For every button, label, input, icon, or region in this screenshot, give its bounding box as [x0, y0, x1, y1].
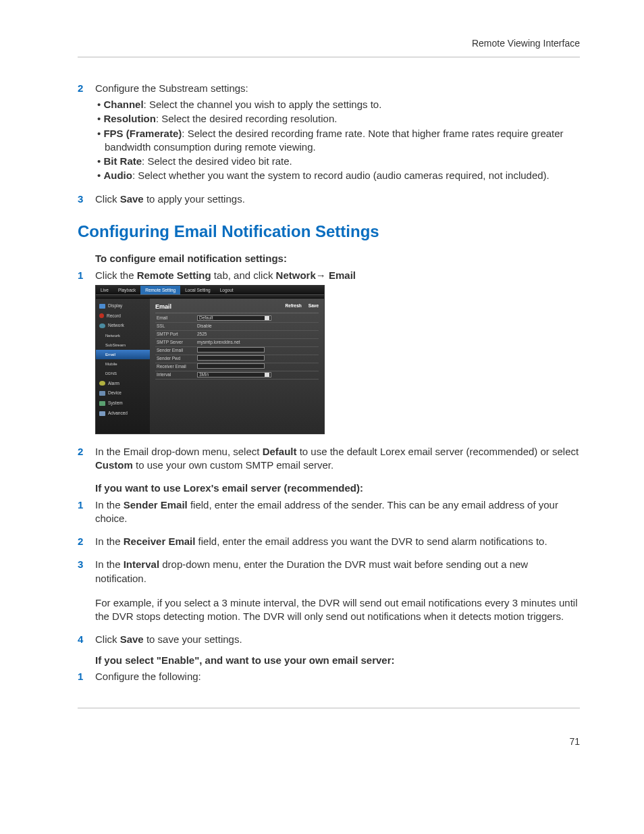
running-header: Remote Viewing Interface — [78, 37, 580, 50]
sender-pwd-input — [197, 355, 265, 361]
side-system: System — [96, 398, 150, 409]
side-sub-substream: SubStream — [96, 340, 150, 350]
tab-live: Live — [96, 286, 113, 294]
interval-select: 3Min — [197, 372, 271, 377]
step-number: 2 — [78, 535, 95, 548]
step-text: In the Email drop-down menu, select Defa… — [95, 445, 580, 473]
step-number: 1 — [78, 670, 95, 683]
bullet-bitrate: • Bit Rate: Select the desired video bit… — [95, 155, 580, 168]
bullet-audio: • Audio: Select whether you want the sys… — [95, 169, 580, 182]
step-number: 2 — [78, 82, 95, 95]
panel-title: Email — [155, 303, 171, 311]
chevron-down-icon — [265, 373, 269, 377]
row-sender-email: Sender Email — [155, 347, 319, 355]
row-ssl: SSL Disable — [155, 323, 319, 331]
email-settings-screenshot: Live Playback Remote Setting Local Setti… — [95, 285, 325, 434]
email-select: Default — [197, 315, 271, 321]
bullet-fps: • FPS (Framerate): Select the desired re… — [95, 127, 580, 155]
step-text: Configure the following: — [95, 670, 580, 683]
side-sub-mobile: Mobile — [96, 359, 150, 369]
header-rule — [78, 57, 580, 57]
step-c-2: 2 In the Email drop-down menu, select De… — [78, 445, 580, 473]
device-icon — [99, 391, 105, 396]
step-text: Configure the Substream settings: — [95, 82, 580, 95]
step-number: 1 — [78, 498, 95, 526]
step-d-1: 1 In the Sender Email field, enter the e… — [78, 498, 580, 526]
receiver-email-input — [197, 363, 265, 369]
step-text: In the Sender Email field, enter the ema… — [95, 498, 580, 526]
step-b-1: 1 Click the Remote Setting tab, and clic… — [78, 269, 580, 282]
side-display: Display — [96, 301, 150, 311]
refresh-button: Refresh — [286, 303, 302, 309]
subheading-enable-own-server: If you select "Enable", and want to use … — [95, 654, 580, 667]
row-sender-pwd: Sender Pwd — [155, 355, 319, 363]
page-number: 71 — [78, 735, 580, 748]
subheading-lorex-server: If you want to use Lorex's email server … — [95, 481, 580, 495]
side-sub-ddns: DDNS — [96, 369, 150, 378]
alarm-icon — [99, 381, 105, 386]
step-text: Click Save to apply your settings. — [95, 192, 580, 206]
step-d-3: 3 In the Interval drop-down menu, enter … — [78, 558, 580, 585]
chevron-down-icon — [265, 316, 269, 320]
step-text: Click Save to save your settings. — [95, 633, 580, 646]
step-d-2: 2 In the Receiver Email field, enter the… — [78, 535, 580, 548]
shot-sidebar: Display Record Network Network SubStream… — [96, 298, 150, 434]
step-e-1: 1 Configure the following: — [78, 670, 580, 683]
bullet-resolution: • Resolution: Select the desired recordi… — [95, 112, 580, 126]
record-icon — [99, 313, 104, 318]
side-network: Network — [96, 321, 150, 331]
tab-logout: Logout — [215, 286, 238, 294]
step-a-3: 3 Click Save to apply your settings. — [78, 192, 580, 206]
network-icon — [99, 323, 105, 328]
section-heading: Configuring Email Notification Settings — [78, 221, 580, 242]
side-alarm: Alarm — [96, 379, 150, 389]
step-a-2: 2 Configure the Substream settings: — [78, 82, 580, 95]
step-number: 2 — [78, 445, 95, 473]
display-icon — [99, 304, 105, 309]
step-text: In the Interval drop-down menu, enter th… — [95, 558, 580, 585]
step-d-3-example: For example, if you select a 3 minute in… — [95, 596, 580, 624]
save-button: Save — [308, 303, 319, 309]
tab-remote-setting: Remote Setting — [140, 286, 180, 294]
row-smtp-server: SMTP Server mysmtp.lorexddns.net — [155, 339, 319, 347]
row-smtp-port: SMTP Port 2525 — [155, 331, 319, 339]
step-number: 4 — [78, 633, 95, 646]
side-device: Device — [96, 388, 150, 398]
step-text: In the Receiver Email field, enter the e… — [95, 535, 580, 548]
side-advanced: Advanced — [96, 409, 150, 419]
side-record: Record — [96, 311, 150, 321]
substream-bullets: • Channel: Select the channel you wish t… — [95, 98, 580, 183]
step-number: 3 — [78, 192, 95, 206]
bullet-channel: • Channel: Select the channel you wish t… — [95, 98, 580, 111]
tab-local-setting: Local Setting — [180, 286, 215, 294]
shot-tabbar: Live Playback Remote Setting Local Setti… — [96, 286, 324, 294]
side-sub-network: Network — [96, 331, 150, 340]
row-email: Email Default — [155, 315, 319, 323]
step-text: Click the Remote Setting tab, and click … — [95, 269, 580, 282]
sender-email-input — [197, 347, 265, 353]
advanced-icon — [99, 411, 105, 416]
footer-rule — [78, 708, 580, 708]
tab-playback: Playback — [113, 286, 140, 294]
shot-main-panel: Email Refresh Save Email Default SSL Dis… — [150, 298, 324, 434]
step-d-4: 4 Click Save to save your settings. — [78, 633, 580, 646]
subheading-configure-email: To configure email notification settings… — [95, 252, 580, 265]
row-receiver-email: Receiver Email — [155, 363, 319, 371]
system-icon — [99, 401, 105, 406]
step-number: 1 — [78, 269, 95, 282]
row-interval: Interval 3Min — [155, 371, 319, 380]
side-sub-email: Email — [96, 350, 150, 359]
step-number: 3 — [78, 558, 95, 585]
